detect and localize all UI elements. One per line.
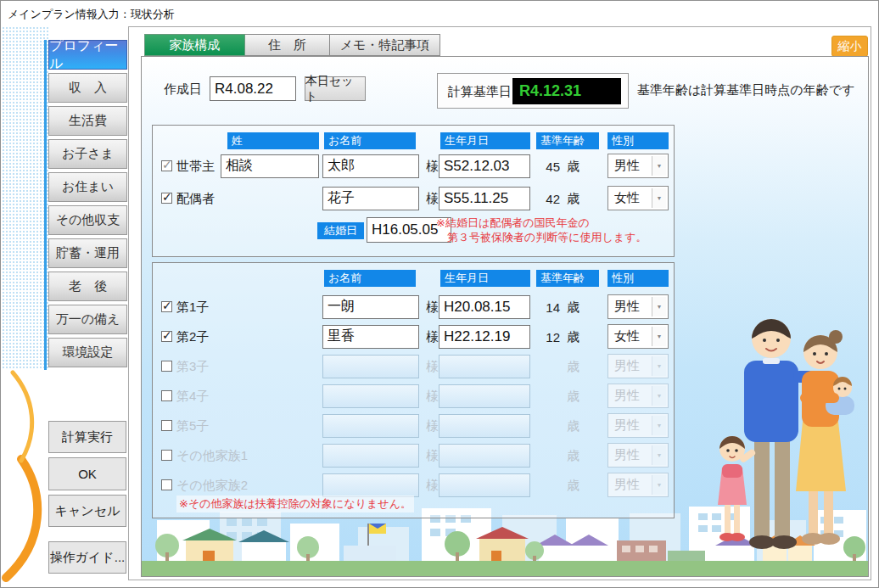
set-today-button[interactable]: 本日セット bbox=[305, 76, 366, 101]
checkbox[interactable] bbox=[161, 361, 172, 372]
last-name-input[interactable] bbox=[221, 154, 319, 178]
gender-value: 女性 bbox=[608, 328, 652, 344]
birthdate-input[interactable] bbox=[439, 473, 530, 497]
birthdate-input[interactable] bbox=[439, 414, 530, 438]
birthdate-input[interactable] bbox=[439, 355, 530, 378]
age-value: 12 bbox=[509, 329, 560, 344]
gender-select[interactable]: 男性▼ bbox=[607, 384, 669, 408]
first-name-input[interactable] bbox=[322, 384, 419, 408]
age-value: 45 bbox=[509, 159, 560, 173]
first-name-input[interactable] bbox=[322, 473, 419, 497]
checkbox[interactable] bbox=[161, 390, 172, 401]
gender-select[interactable]: 男性▼ bbox=[607, 354, 669, 378]
birthdate-input[interactable] bbox=[439, 384, 530, 408]
checkbox[interactable] bbox=[161, 420, 172, 431]
age-unit-label: 歳 bbox=[567, 358, 579, 374]
first-name-input[interactable] bbox=[322, 355, 419, 378]
col-header-birthdate: 生年月日 bbox=[440, 270, 530, 287]
ok-button[interactable]: OK bbox=[48, 457, 126, 490]
gender-select[interactable]: 男性▼ bbox=[607, 443, 669, 468]
logo-swoosh-icon bbox=[1, 366, 48, 588]
first-name-input[interactable] bbox=[322, 444, 419, 468]
table-row: 第1子 様 14 歳 男性▼ bbox=[153, 292, 674, 322]
age-unit-label: 歳 bbox=[567, 190, 579, 206]
table-row: 第3子 様 歳 男性▼ bbox=[153, 351, 674, 381]
sidebar-item-other-balance[interactable]: その他収支 bbox=[48, 205, 127, 235]
gender-select[interactable]: 男性▼ bbox=[607, 154, 669, 178]
dropdown-arrow-icon: ▼ bbox=[652, 327, 666, 346]
age-unit-label: 歳 bbox=[567, 417, 579, 434]
sidebar-item-emergency[interactable]: 万一の備え bbox=[48, 305, 127, 334]
gender-select[interactable]: 男性▼ bbox=[607, 473, 669, 497]
honorific-label: 様 bbox=[426, 299, 439, 315]
gender-select[interactable]: 男性▼ bbox=[607, 413, 669, 438]
first-name-input[interactable] bbox=[322, 295, 419, 319]
cancel-button[interactable]: キャンセル bbox=[48, 495, 126, 527]
calculate-button[interactable]: 計算実行 bbox=[48, 421, 126, 453]
first-name-input[interactable] bbox=[322, 325, 419, 349]
birthdate-input[interactable] bbox=[439, 444, 530, 468]
table-row: 第4子 様 歳 男性▼ bbox=[153, 381, 674, 411]
dropdown-arrow-icon: ▼ bbox=[652, 297, 666, 316]
base-date-box: 計算基準日 R4.12.31 bbox=[437, 73, 629, 109]
family-illustration bbox=[715, 311, 858, 563]
checkbox[interactable] bbox=[161, 479, 172, 490]
dropdown-arrow-icon: ▼ bbox=[652, 475, 666, 495]
sidebar-nav: プロフィール収 入生活費お子さまお住まいその他収支貯蓄・運用老 後万一の備え環境… bbox=[48, 40, 127, 371]
tab-family[interactable]: 家族構成 bbox=[144, 34, 245, 56]
checkbox[interactable] bbox=[161, 160, 172, 171]
gender-select[interactable]: 女性▼ bbox=[607, 186, 669, 210]
col-header-age: 基準年齢 bbox=[536, 270, 599, 287]
sidebar-item-profile[interactable]: プロフィール bbox=[48, 40, 127, 70]
checkbox[interactable] bbox=[161, 331, 172, 342]
marriage-date-label: 結婚日 bbox=[317, 222, 364, 239]
sidebar-item-housing[interactable]: お住まい bbox=[48, 172, 127, 202]
first-name-input[interactable] bbox=[322, 154, 419, 178]
family-member-label: 第3子 bbox=[176, 358, 209, 374]
shrink-button[interactable]: 縮小 bbox=[831, 36, 868, 57]
age-unit-label: 歳 bbox=[567, 299, 579, 315]
table-row-spouse: 配偶者 様 42 歳 女性▼ bbox=[153, 183, 674, 213]
checkbox[interactable] bbox=[161, 301, 172, 312]
age-unit-label: 歳 bbox=[567, 158, 579, 174]
age-value: 14 bbox=[509, 300, 560, 314]
honorific-label: 様 bbox=[426, 447, 439, 463]
dropdown-arrow-icon: ▼ bbox=[652, 356, 666, 376]
honorific-label: 様 bbox=[426, 388, 439, 404]
guide-button[interactable]: 操作ガイド... bbox=[48, 541, 126, 574]
col-header-age: 基準年齢 bbox=[536, 132, 599, 149]
gender-select[interactable]: 女性▼ bbox=[607, 324, 669, 349]
sidebar-item-living-expenses[interactable]: 生活費 bbox=[48, 106, 127, 136]
first-name-input[interactable] bbox=[322, 187, 419, 210]
sidebar-item-income[interactable]: 収 入 bbox=[48, 73, 127, 103]
checkbox[interactable] bbox=[161, 450, 172, 461]
base-date-display: R4.12.31 bbox=[512, 78, 621, 104]
first-name-input[interactable] bbox=[322, 414, 419, 438]
honorific-label: 様 bbox=[426, 417, 439, 434]
created-date-input[interactable] bbox=[210, 76, 296, 101]
marriage-note: ※結婚日は配偶者の国民年金の 第３号被保険者の判断等に使用します。 bbox=[436, 216, 647, 244]
sidebar-item-retirement[interactable]: 老 後 bbox=[48, 272, 127, 301]
checkbox[interactable] bbox=[161, 193, 172, 204]
tab-memo[interactable]: メモ・特記事項 bbox=[330, 34, 440, 56]
sidebar-item-savings[interactable]: 貯蓄・運用 bbox=[48, 238, 127, 268]
children-table: お名前 生年月日 基準年齢 性別 第1子 様 14 歳 男性▼ 第2子 様 12… bbox=[152, 262, 675, 518]
table-row: 第2子 様 12 歳 女性▼ bbox=[153, 322, 674, 351]
gender-value: 男性 bbox=[608, 299, 652, 315]
gender-value: 男性 bbox=[608, 358, 652, 374]
family-member-label: 第1子 bbox=[176, 299, 209, 315]
honorific-label: 様 bbox=[426, 358, 439, 374]
sidebar-item-settings[interactable]: 環境設定 bbox=[48, 338, 127, 367]
sidebar-actions: 計算実行OKキャンセル操作ガイド... bbox=[48, 421, 126, 578]
dropdown-arrow-icon: ▼ bbox=[652, 156, 666, 176]
sidebar-item-children[interactable]: お子さま bbox=[48, 139, 127, 169]
dotted-background bbox=[2, 26, 48, 370]
honorific-label: 様 bbox=[426, 477, 439, 493]
gender-select[interactable]: 男性▼ bbox=[607, 294, 669, 319]
base-date-label: 計算基準日 bbox=[448, 84, 512, 100]
age-unit-label: 歳 bbox=[567, 447, 579, 463]
family-tab-page: 作成日 本日セット 計算基準日 R4.12.31 基準年齢は計算基準日時点の年齢… bbox=[141, 56, 869, 577]
col-header-gender: 性別 bbox=[607, 132, 669, 149]
children-rows: 第1子 様 14 歳 男性▼ 第2子 様 12 歳 女性▼ 第3子 様 歳 男性… bbox=[153, 292, 674, 500]
tab-address[interactable]: 住 所 bbox=[245, 34, 330, 56]
